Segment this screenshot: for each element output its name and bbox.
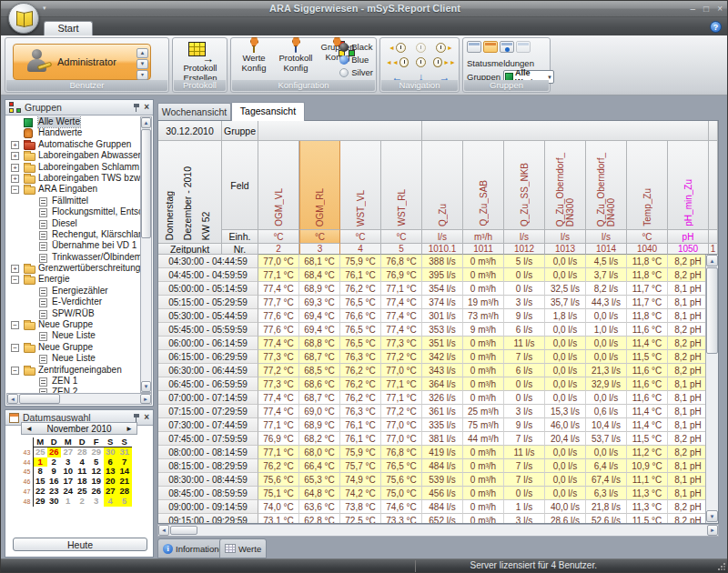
user-up-button[interactable]: ▲ — [136, 48, 148, 58]
calendar-day[interactable]: 27 — [61, 447, 76, 457]
value-cell[interactable]: 76,1 °C — [340, 268, 381, 282]
value-cell[interactable]: 68,7 °C — [299, 350, 340, 364]
value-cell[interactable]: 0 m³/h — [463, 364, 504, 377]
time-cell[interactable]: 06:15:00 - 06:29:59 — [158, 350, 258, 364]
value-cell[interactable]: 6,3 l/s — [586, 487, 627, 500]
tree-item-0[interactable]: Alle Werte — [6, 116, 140, 127]
scroll-up-icon[interactable]: ▲ — [706, 255, 718, 266]
tree-item-17[interactable]: SPW/RÜB — [6, 308, 140, 319]
value-cell[interactable]: 44 m³/h — [463, 432, 504, 446]
value-cell[interactable]: 8,2 pH — [668, 514, 709, 524]
value-cell[interactable]: 11,3 °C — [627, 500, 668, 514]
value-cell[interactable]: 0 m³/h — [463, 459, 504, 473]
calendar-day[interactable]: 1 — [61, 497, 76, 507]
value-cell[interactable]: 3 l/s — [504, 514, 545, 524]
value-cell[interactable]: 77,1 °C — [381, 391, 422, 405]
value-cell[interactable]: 75 m³/h — [463, 418, 504, 432]
value-cell[interactable]: 76,9 °C — [381, 268, 422, 282]
tab-tagesansicht[interactable]: Tagesansicht — [231, 102, 305, 121]
expand-icon[interactable]: + — [11, 265, 19, 273]
value-cell[interactable]: 419 l/s — [422, 446, 463, 459]
tree-item-2[interactable]: +Automatische Gruppen — [6, 139, 140, 150]
calendar-day[interactable]: 30 — [104, 447, 118, 457]
tree-horizontal-scrollbar[interactable]: ◄ ► — [6, 393, 152, 405]
scroll-left-icon[interactable]: ◄ — [7, 394, 18, 404]
disabled-window-icon[interactable] — [516, 41, 531, 53]
value-cell[interactable]: 77,0 °C — [258, 255, 299, 268]
value-cell[interactable]: 75,9 °C — [340, 446, 381, 459]
value-cell[interactable]: 8,1 pH — [668, 487, 709, 500]
value-cell[interactable]: 0,0 l/s — [545, 323, 586, 337]
value-cell[interactable]: 76,8 °C — [381, 255, 422, 268]
value-cell[interactable]: 8,1 pH — [668, 459, 709, 473]
value-cell[interactable]: 11,5 °C — [627, 350, 668, 364]
value-cell[interactable]: 73,3 °C — [381, 514, 422, 524]
tab-wochenansicht[interactable]: Wochenansicht — [157, 103, 231, 120]
close-button[interactable]: × — [717, 3, 723, 15]
value-cell[interactable]: 0,0 l/s — [545, 473, 586, 487]
theme-option-black[interactable]: Black — [339, 42, 373, 52]
time-cell[interactable]: 08:45:00 - 08:59:59 — [158, 487, 258, 500]
value-cell[interactable]: 0,0 l/s — [545, 350, 586, 364]
nav-prev-period-button[interactable]: ◄◄ — [386, 55, 409, 69]
value-cell[interactable]: 0 l/s — [504, 377, 545, 391]
tree-item-21[interactable]: Neue Liste — [6, 353, 140, 364]
prev-month-icon[interactable]: ◄ — [22, 425, 36, 433]
tree-item-7[interactable]: Fällmittel — [6, 196, 140, 206]
value-cell[interactable]: 353 l/s — [422, 323, 463, 337]
value-cell[interactable]: 69,0 °C — [299, 405, 340, 418]
value-cell[interactable]: 74,2 °C — [340, 487, 381, 500]
tree-item-8[interactable]: Flockungsmittel, Entschäum — [6, 206, 140, 217]
value-cell[interactable]: 77,3 °C — [381, 337, 422, 350]
value-cell[interactable]: 73,1 °C — [258, 514, 299, 524]
value-cell[interactable]: 64,8 °C — [299, 487, 340, 500]
value-cell[interactable]: 68,7 °C — [299, 391, 340, 405]
table-horizontal-scrollbar[interactable]: ◄ ► — [157, 524, 719, 537]
help-icon[interactable]: ? — [710, 21, 722, 33]
value-cell[interactable]: 77,4 °C — [381, 323, 422, 337]
value-cell[interactable]: 76,9 °C — [258, 432, 299, 446]
value-cell[interactable]: 11,6 °C — [627, 323, 668, 337]
value-cell[interactable]: 0 m³/h — [463, 268, 504, 282]
collapse-icon[interactable]: − — [11, 344, 19, 352]
value-cell[interactable]: 0 m³/h — [463, 255, 504, 268]
pin-icon[interactable] — [133, 103, 140, 113]
value-cell[interactable]: 63,6 °C — [299, 500, 340, 514]
close-panel-icon[interactable]: × — [144, 103, 149, 112]
value-cell[interactable]: 351 l/s — [422, 337, 463, 350]
value-cell[interactable]: 8,2 pH — [668, 432, 709, 446]
value-cell[interactable]: 69,3 °C — [299, 296, 340, 309]
scroll-down-icon[interactable]: ▼ — [706, 510, 718, 522]
value-cell[interactable]: 77,4 °C — [381, 309, 422, 323]
value-cell[interactable]: 76,5 °C — [340, 323, 381, 337]
tree-item-3[interactable]: +Laboreingaben Abwasser — [6, 150, 140, 161]
next-month-icon[interactable]: ► — [122, 425, 136, 433]
value-cell[interactable]: 76,2 °C — [340, 282, 381, 296]
time-cell[interactable]: 08:00:00 - 08:14:59 — [158, 446, 258, 459]
value-cell[interactable]: 4,5 l/s — [586, 255, 627, 268]
value-cell[interactable]: 0 l/s — [504, 487, 545, 500]
today-button[interactable]: Heute — [13, 538, 147, 551]
value-cell[interactable]: 68,8 °C — [299, 337, 340, 350]
calendar-day[interactable]: 30 — [47, 497, 62, 507]
value-cell[interactable]: 3 l/s — [504, 296, 545, 309]
window-layout-icon[interactable] — [467, 41, 481, 53]
value-cell[interactable]: 0,0 l/s — [545, 337, 586, 350]
value-cell[interactable]: 76,6 °C — [340, 309, 381, 323]
value-cell[interactable]: 77,6 °C — [258, 309, 299, 323]
value-cell[interactable]: 11,6 °C — [627, 364, 668, 377]
time-cell[interactable]: 08:30:00 - 08:44:59 — [158, 473, 258, 487]
calendar-day[interactable]: 26 — [47, 447, 62, 457]
value-cell[interactable]: 11,3 °C — [627, 487, 668, 500]
value-cell[interactable]: 68,2 °C — [299, 432, 340, 446]
calendar-day[interactable]: 25 — [33, 447, 47, 457]
value-cell[interactable]: 301 l/s — [422, 309, 463, 323]
calendar-day[interactable]: 2 — [76, 497, 90, 507]
value-cell[interactable]: 1,0 l/s — [586, 323, 627, 337]
value-cell[interactable]: 68,6 °C — [299, 377, 340, 391]
user-dropdown-button[interactable]: ▾ — [136, 70, 148, 80]
tree-item-18[interactable]: −Neue Gruppe — [6, 319, 140, 330]
collapse-icon[interactable]: − — [11, 321, 19, 329]
value-cell[interactable]: 456 l/s — [422, 487, 463, 500]
value-cell[interactable]: 11 l/s — [504, 337, 545, 350]
